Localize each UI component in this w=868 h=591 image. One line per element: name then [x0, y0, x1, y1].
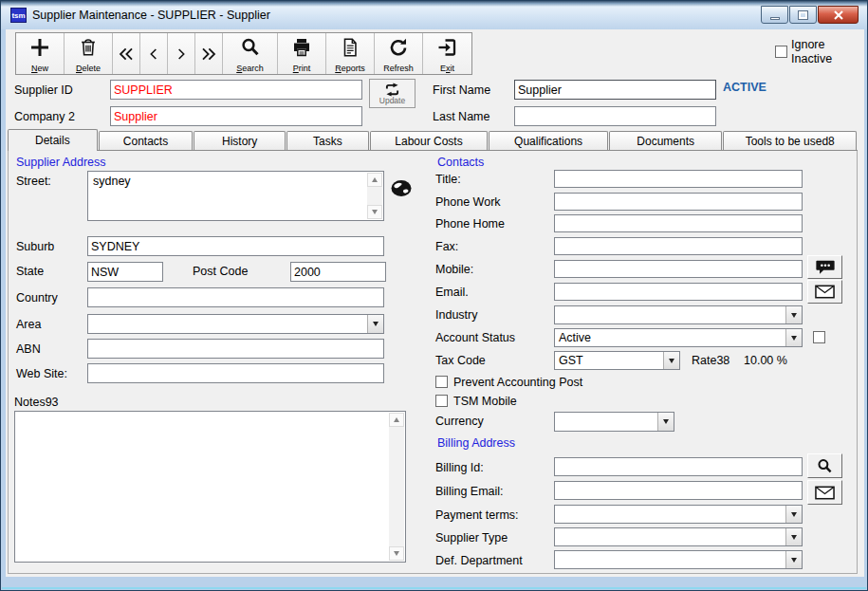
minimize-button[interactable] — [761, 6, 788, 24]
street-scrollbar[interactable] — [367, 173, 382, 219]
envelope-icon — [815, 486, 835, 500]
last-name-label: Last Name — [433, 110, 489, 123]
suburb-label: Suburb — [16, 240, 54, 253]
tab-tools[interactable]: Tools to be used8 — [723, 131, 857, 150]
chevron-down-icon[interactable] — [367, 315, 383, 333]
company2-input[interactable] — [110, 106, 362, 126]
tab-details[interactable]: Details — [8, 129, 98, 151]
close-button[interactable] — [818, 6, 859, 24]
supplier-id-input[interactable] — [110, 80, 362, 100]
chevron-down-icon[interactable] — [657, 413, 674, 431]
area-label: Area — [16, 318, 41, 331]
reports-button[interactable]: Reports — [326, 33, 375, 74]
first-record-button[interactable] — [113, 33, 140, 74]
chevron-down-icon[interactable] — [785, 506, 802, 523]
street-label: Street: — [16, 175, 51, 188]
previous-record-button[interactable] — [140, 33, 168, 74]
prevent-accounting-post-checkbox[interactable] — [435, 376, 448, 388]
def-department-combobox[interactable] — [554, 550, 803, 569]
ignore-inactive-label: IgnoreInactive — [791, 38, 832, 66]
suburb-input[interactable] — [87, 236, 384, 256]
new-button[interactable]: New — [16, 33, 65, 74]
supplier-type-label: Supplier Type — [435, 531, 508, 545]
chevron-down-icon[interactable] — [663, 352, 679, 369]
billing-id-lookup-button[interactable] — [807, 453, 842, 478]
notes-textarea[interactable] — [14, 411, 406, 563]
abn-input[interactable] — [87, 339, 384, 359]
mobile-input[interactable] — [554, 260, 803, 278]
send-sms-button[interactable] — [807, 255, 842, 279]
close-icon — [833, 9, 844, 21]
fax-input[interactable] — [554, 237, 803, 255]
scroll-up-icon[interactable] — [367, 173, 382, 187]
tab-contacts[interactable]: Contacts — [99, 131, 194, 150]
sms-bubble-icon — [815, 259, 836, 275]
window-title: Supplier Maintenance - SUPPLIER - Suppli… — [32, 9, 270, 22]
phone-work-label: Phone Work — [435, 195, 501, 209]
search-button[interactable]: Search — [223, 33, 278, 74]
tab-labour-costs[interactable]: Labour Costs — [370, 131, 489, 150]
email-input[interactable] — [554, 283, 803, 301]
first-name-input[interactable] — [514, 80, 716, 100]
print-button[interactable]: Print — [278, 33, 326, 74]
chevron-right-icon — [174, 46, 189, 63]
chevron-down-icon[interactable] — [785, 528, 802, 545]
tab-history[interactable]: History — [194, 131, 286, 150]
tab-documents[interactable]: Documents — [609, 131, 723, 150]
chevron-down-icon[interactable] — [785, 329, 802, 346]
send-email-button[interactable] — [807, 280, 842, 304]
status-badge: ACTIVE — [723, 81, 766, 94]
update-label: Update — [379, 97, 405, 105]
trash-icon — [78, 35, 99, 59]
currency-combobox[interactable] — [554, 412, 674, 432]
billing-email-input[interactable] — [554, 481, 803, 500]
minimize-icon — [770, 17, 780, 20]
scroll-down-icon[interactable] — [367, 205, 382, 219]
website-input[interactable] — [87, 363, 384, 383]
update-button[interactable]: Update — [369, 79, 416, 108]
tsm-mobile-checkbox[interactable] — [435, 395, 448, 407]
last-record-button[interactable] — [195, 33, 223, 74]
tsm-mobile-label: TSM Mobile — [453, 395, 517, 408]
payment-terms-combobox[interactable] — [554, 505, 803, 524]
state-label: State — [16, 265, 44, 278]
window-controls — [760, 6, 859, 24]
chevron-down-icon[interactable] — [785, 551, 802, 568]
chevron-down-icon[interactable] — [785, 306, 802, 323]
account-status-combobox[interactable]: Active — [554, 328, 803, 347]
scroll-down-icon[interactable] — [389, 546, 404, 561]
account-status-checkbox[interactable] — [813, 331, 825, 343]
envelope-icon — [815, 285, 835, 299]
delete-button[interactable]: Delete — [65, 33, 113, 74]
tsm-app-icon: tsm — [10, 8, 27, 23]
phone-work-input[interactable] — [554, 193, 803, 211]
exit-button[interactable]: Exit — [423, 33, 471, 74]
postcode-input[interactable] — [290, 262, 386, 282]
client-area: New Delete — [6, 29, 864, 577]
ignore-inactive-checkbox[interactable] — [775, 46, 787, 58]
refresh-button[interactable]: Refresh — [375, 33, 423, 74]
scroll-up-icon[interactable] — [389, 413, 404, 427]
phone-home-input[interactable] — [554, 214, 803, 232]
tab-qualifications[interactable]: Qualifications — [489, 131, 608, 150]
country-input[interactable] — [87, 287, 384, 307]
title-input[interactable] — [554, 170, 803, 188]
first-name-label: First Name — [433, 83, 490, 97]
last-name-input[interactable] — [514, 106, 716, 126]
state-input[interactable] — [87, 262, 163, 282]
billing-email-send-button[interactable] — [807, 480, 842, 505]
phone-home-label: Phone Home — [435, 217, 505, 231]
maximize-button[interactable] — [789, 6, 817, 24]
supplier-address-heading: Supplier Address — [16, 156, 106, 169]
next-record-button[interactable] — [168, 33, 195, 74]
globe-icon[interactable] — [390, 179, 413, 201]
tax-code-combobox[interactable]: GST — [554, 351, 680, 370]
tab-tasks[interactable]: Tasks — [286, 131, 369, 150]
industry-combobox[interactable] — [554, 305, 803, 324]
billing-id-input[interactable] — [554, 457, 803, 476]
street-textarea[interactable]: sydney — [87, 171, 384, 221]
supplier-type-combobox[interactable] — [554, 527, 803, 546]
maximize-icon — [799, 11, 807, 19]
notes-scrollbar[interactable] — [389, 413, 404, 561]
area-combobox[interactable] — [87, 314, 384, 334]
